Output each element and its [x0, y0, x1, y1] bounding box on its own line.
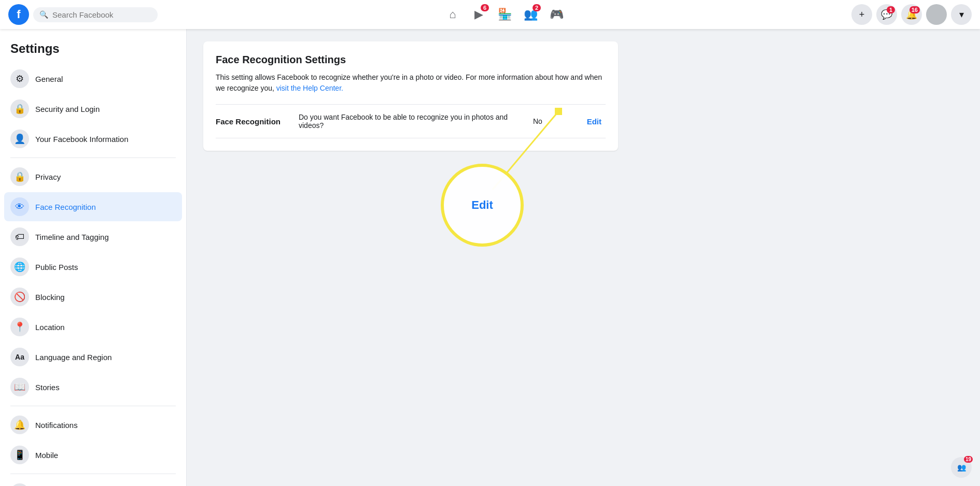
row-action: Edit — [575, 115, 606, 128]
sidebar-item-timeline-tagging[interactable]: 🏷 Timeline and Tagging — [4, 222, 182, 251]
notifications-button[interactable]: 🔔 16 — [901, 4, 922, 25]
nav-icons: ⌂ ▶ 6 🏪 👥 2 🎮 — [162, 2, 847, 27]
sidebar-title: Settings — [4, 37, 182, 64]
settings-description: This setting allows Facebook to recogniz… — [216, 72, 606, 94]
search-bar[interactable]: 🔍 — [33, 7, 158, 22]
sidebar-item-stories[interactable]: 📖 Stories — [4, 373, 182, 402]
bell-icon: 🔔 — [10, 416, 29, 434]
sidebar-item-language-region[interactable]: Aa Language and Region — [4, 342, 182, 371]
main-content: Face Recognition Settings This setting a… — [187, 29, 980, 486]
gear-icon: ⚙ — [10, 69, 29, 88]
sidebar-item-face-recognition[interactable]: 👁 Face Recognition — [4, 192, 182, 221]
sidebar-item-label: Security and Login — [35, 105, 100, 113]
sidebar-divider-1 — [10, 158, 176, 158]
search-input[interactable] — [52, 10, 151, 19]
sidebar-item-label: Public Posts — [35, 263, 78, 271]
messenger-badge: 1 — [887, 6, 895, 13]
sidebar-item-label: Timeline and Tagging — [35, 233, 109, 241]
privacy-icon: 🔒 — [10, 167, 29, 186]
settings-panel: Face Recognition Settings This setting a… — [203, 41, 618, 151]
edit-button[interactable]: Edit — [583, 115, 606, 128]
mobile-icon: 📱 — [10, 446, 29, 464]
sidebar: Settings ⚙ General 🔒 Security and Login … — [0, 29, 187, 486]
search-icon: 🔍 — [39, 10, 48, 19]
sidebar-item-public-posts[interactable]: 🌐 Public Posts — [4, 252, 182, 281]
home-nav-button[interactable]: ⌂ — [440, 2, 465, 27]
chevron-down-icon: ▾ — [959, 9, 964, 20]
lock-icon: 🔒 — [10, 99, 29, 118]
sidebar-item-label: Blocking — [35, 293, 65, 302]
sidebar-item-blocking[interactable]: 🚫 Blocking — [4, 282, 182, 311]
people-icon: 👥 — [957, 463, 966, 471]
row-value: No — [533, 117, 575, 125]
location-icon: 📍 — [10, 318, 29, 336]
marketplace-nav-button[interactable]: 🏪 — [492, 2, 517, 27]
nav-right: + 💬 1 🔔 16 ▾ — [851, 4, 972, 25]
bottom-badge: 19 — [964, 456, 973, 463]
home-icon: ⌂ — [449, 8, 456, 21]
account-dropdown-button[interactable]: ▾ — [951, 4, 972, 25]
tag-icon: 🏷 — [10, 227, 29, 246]
sidebar-item-label: Notifications — [35, 421, 78, 430]
groups-badge: 2 — [533, 4, 541, 11]
sidebar-item-label: Face Recognition — [35, 203, 96, 211]
plus-icon: + — [859, 9, 865, 20]
sidebar-item-facebook-information[interactable]: 👤 Your Facebook Information — [4, 124, 182, 153]
top-navigation: f 🔍 ⌂ ▶ 6 🏪 👥 2 🎮 + 💬 1 � — [0, 0, 980, 29]
add-button[interactable]: + — [851, 4, 872, 25]
globe-icon: 🌐 — [10, 258, 29, 276]
gaming-icon: 🎮 — [550, 8, 564, 21]
spotlight-circle: Edit — [441, 164, 524, 247]
row-label: Face Recognition — [216, 117, 299, 126]
watch-badge: 6 — [481, 4, 489, 11]
sidebar-item-label: General — [35, 75, 63, 83]
sidebar-item-label: Mobile — [35, 451, 58, 460]
messenger-button[interactable]: 💬 1 — [876, 4, 897, 25]
avatar[interactable] — [926, 4, 947, 25]
apps-icon: 🧩 — [10, 483, 29, 486]
language-icon: Aa — [10, 348, 29, 366]
notifications-badge: 16 — [909, 6, 920, 13]
facebook-logo[interactable]: f — [8, 4, 29, 25]
sidebar-item-location[interactable]: 📍 Location — [4, 312, 182, 341]
sidebar-item-label: Location — [35, 323, 65, 332]
sidebar-item-security-login[interactable]: 🔒 Security and Login — [4, 94, 182, 123]
sidebar-item-notifications[interactable]: 🔔 Notifications — [4, 410, 182, 439]
face-recognition-row: Face Recognition Do you want Facebook to… — [216, 105, 606, 138]
sidebar-divider-3 — [10, 474, 176, 474]
sidebar-item-label: Privacy — [35, 173, 61, 181]
help-center-link[interactable]: visit the Help Center. — [276, 84, 343, 92]
panel-title: Face Recognition Settings — [216, 54, 606, 66]
sidebar-item-apps-websites[interactable]: 🧩 Apps and Websites — [4, 478, 182, 486]
sidebar-item-label: Stories — [35, 383, 60, 392]
marketplace-icon: 🏪 — [498, 8, 512, 21]
sidebar-divider-2 — [10, 406, 176, 406]
page-layout: Settings ⚙ General 🔒 Security and Login … — [0, 29, 980, 486]
gaming-nav-button[interactable]: 🎮 — [544, 2, 569, 27]
sidebar-item-label: Language and Region — [35, 353, 112, 362]
person-icon: 👤 — [10, 130, 29, 148]
spotlight-circle-label: Edit — [471, 198, 493, 212]
sidebar-item-general[interactable]: ⚙ General — [4, 64, 182, 93]
sidebar-item-mobile[interactable]: 📱 Mobile — [4, 440, 182, 469]
sidebar-item-label: Your Facebook Information — [35, 135, 129, 144]
bottom-right-people-button[interactable]: 👥 19 — [951, 457, 972, 478]
sidebar-item-privacy[interactable]: 🔒 Privacy — [4, 162, 182, 191]
face-recognition-icon: 👁 — [10, 197, 29, 216]
watch-nav-button[interactable]: ▶ 6 — [466, 2, 491, 27]
block-icon: 🚫 — [10, 288, 29, 306]
row-description: Do you want Facebook to be able to recog… — [299, 113, 533, 130]
stories-icon: 📖 — [10, 378, 29, 396]
groups-nav-button[interactable]: 👥 2 — [518, 2, 543, 27]
